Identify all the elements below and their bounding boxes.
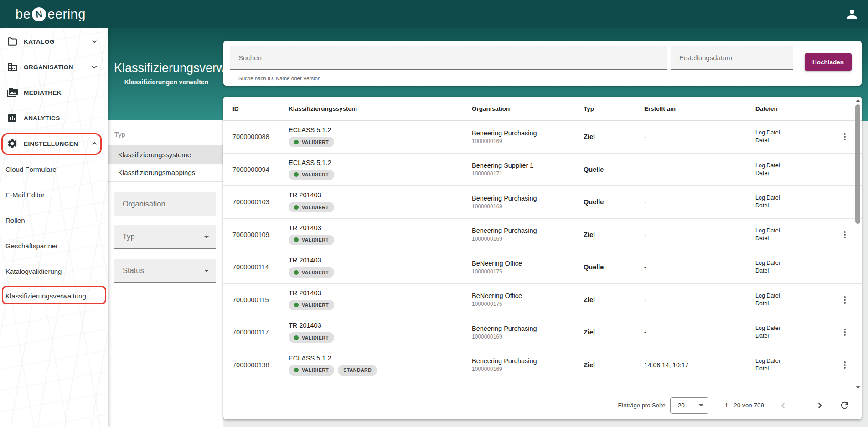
file-link[interactable]: Datei: [755, 332, 827, 340]
table-row[interactable]: 7000000094 ECLASS 5.1.2 VALIDIERT Beneer…: [223, 154, 862, 186]
row-files: Log Datei Datei: [746, 186, 827, 218]
sidebar-item-mediathek[interactable]: MEDIATHEK: [0, 84, 108, 101]
row-classification-system: TR 201403 VALIDIERT: [279, 284, 463, 316]
column-header-system: Klassifizierungssystem: [279, 105, 463, 112]
column-header-id: ID: [223, 105, 279, 112]
organisation-id: 1000000169: [472, 138, 574, 144]
row-menu-kebab-icon[interactable]: [839, 131, 850, 142]
row-menu-kebab-icon[interactable]: [839, 229, 850, 240]
log-file-link[interactable]: Log Datei: [755, 259, 827, 267]
file-link[interactable]: Datei: [755, 235, 827, 242]
row-menu-kebab-icon[interactable]: [839, 294, 850, 305]
green-dot-icon: [294, 335, 299, 340]
tab-klassifizierungsmappings[interactable]: Klassifizierungsmappings: [108, 164, 223, 182]
organisation-id: 1000000169: [472, 334, 574, 340]
sidebar-subitem-label: Rollen: [5, 216, 25, 224]
organisation-filter-field[interactable]: [114, 192, 216, 216]
log-file-link[interactable]: Log Datei: [755, 357, 827, 365]
organisation-id: 1000000175: [472, 301, 574, 307]
badge-label: VALIDIERT: [302, 302, 329, 308]
row-typ: Quelle: [574, 251, 635, 283]
typ-filter-select[interactable]: Typ: [114, 225, 216, 249]
row-organisation: Beneering Purchasing 1000000169: [463, 121, 574, 153]
next-page-button[interactable]: [813, 399, 826, 412]
table-row[interactable]: 7000000117 TR 201403 VALIDIERT Beneering…: [223, 316, 862, 349]
classification-system-name: ECLASS 5.1.2: [289, 159, 463, 166]
previous-page-button[interactable]: [777, 399, 790, 412]
status-badge-validiert: VALIDIERT: [289, 202, 334, 212]
log-file-link[interactable]: Log Datei: [755, 324, 827, 332]
sidebar-item-label: KATALOG: [24, 38, 55, 45]
account-person-icon[interactable]: [845, 7, 859, 21]
table-row[interactable]: 7000000114 TR 201403 VALIDIERT BeNeering…: [223, 251, 862, 284]
refresh-button[interactable]: [838, 399, 851, 412]
organisation-filter-input[interactable]: [123, 200, 205, 208]
sidebar-item-einstellungen[interactable]: EINSTELLUNGEN: [0, 135, 108, 152]
organisation-id: 1000000169: [472, 236, 574, 242]
sidebar-subitem-katalogvalidierung[interactable]: Katalogvalidierung: [0, 263, 108, 279]
logo-n-icon: N: [31, 6, 47, 22]
log-file-link[interactable]: Log Datei: [755, 292, 827, 300]
search-input[interactable]: [238, 54, 631, 62]
sidebar-nav: KATALOG ORGANISATION MEDIATHEK ANALYTICS…: [0, 28, 108, 427]
scrollbar-up-arrow-icon[interactable]: [856, 99, 860, 102]
table-row[interactable]: 7000000088 ECLASS 5.1.2 VALIDIERT Beneer…: [223, 121, 862, 154]
row-typ: Ziel: [574, 349, 635, 381]
creation-date-input[interactable]: [679, 54, 789, 62]
log-file-link[interactable]: Log Datei: [755, 194, 827, 202]
row-typ: Ziel: [574, 121, 635, 153]
organisation-id: 1000000171: [472, 170, 574, 177]
log-file-link[interactable]: Log Datei: [755, 162, 827, 170]
tab-klassifizierungssysteme[interactable]: Klassifizierungssysteme: [108, 145, 223, 164]
scrollbar-thumb[interactable]: [855, 104, 860, 224]
log-file-link[interactable]: Log Datei: [755, 227, 827, 235]
file-link[interactable]: Datei: [755, 267, 827, 275]
sidebar-subitem-email-editor[interactable]: E-Mail Editor: [0, 186, 108, 203]
sidebar-item-katalog[interactable]: KATALOG: [0, 33, 108, 50]
per-page-select[interactable]: 20: [670, 397, 708, 414]
column-header-created: Erstellt am: [635, 105, 746, 112]
table-row[interactable]: 7000000115 TR 201403 VALIDIERT BeNeering…: [223, 284, 862, 317]
badge-row: VALIDIERT: [289, 235, 463, 245]
file-link[interactable]: Datei: [755, 170, 827, 177]
table-row[interactable]: 7000000109 TR 201403 VALIDIERT Beneering…: [223, 219, 862, 252]
filter-group-label: Typ: [114, 130, 125, 138]
search-field[interactable]: [230, 46, 666, 70]
upload-button[interactable]: Hochladen: [805, 53, 852, 71]
sidebar-subitem-label: Klassifizierungsverwaltung: [5, 292, 86, 300]
row-id: 7000000138: [223, 349, 279, 381]
logo-text-pre: be: [16, 7, 31, 22]
badge-row: VALIDIERT STANDARD: [289, 365, 463, 376]
logo-text-post: eering: [47, 7, 86, 22]
row-menu-kebab-icon[interactable]: [839, 327, 850, 338]
badge-label: STANDARD: [343, 367, 372, 373]
classification-system-name: TR 201403: [289, 191, 463, 199]
scrollbar-down-arrow-icon[interactable]: [856, 386, 860, 389]
sidebar-item-analytics[interactable]: ANALYTICS: [0, 110, 108, 126]
file-link[interactable]: Datei: [755, 137, 827, 144]
sidebar-subitem-klassifizierungsverwaltung[interactable]: Klassifizierungsverwaltung: [0, 288, 108, 304]
row-created-at: -: [635, 186, 746, 218]
file-link[interactable]: Datei: [755, 300, 827, 308]
sidebar-subitem-geschaeftspartner[interactable]: Geschäftspartner: [0, 237, 108, 254]
table-row[interactable]: 7000000103 TR 201403 VALIDIERT Beneering…: [223, 186, 862, 219]
file-link[interactable]: Datei: [755, 202, 827, 210]
status-badge-standard: STANDARD: [338, 365, 377, 376]
status-filter-select[interactable]: Status: [114, 259, 216, 283]
sidebar-subitem-rollen[interactable]: Rollen: [0, 212, 108, 228]
search-card: Suche nach ID, Name oder Version Hochlad…: [223, 41, 862, 86]
organisation-id: 1000000169: [472, 366, 574, 372]
badge-label: VALIDIERT: [302, 270, 329, 275]
creation-date-field[interactable]: [671, 46, 793, 70]
row-menu-kebab-icon[interactable]: [839, 360, 850, 370]
file-link[interactable]: Datei: [755, 365, 827, 373]
sidebar-subitem-label: Cloud Formulare: [5, 165, 57, 173]
sidebar-item-label: ORGANISATION: [24, 64, 73, 71]
column-header-typ: Typ: [574, 105, 635, 112]
sidebar-subitem-cloud-formulare[interactable]: Cloud Formulare: [0, 161, 108, 177]
table-row[interactable]: 7000000138 ECLASS 5.1.2 VALIDIERT STANDA…: [223, 349, 862, 382]
brand-logo[interactable]: be N eering: [16, 0, 86, 28]
status-badge-validiert: VALIDIERT: [289, 170, 334, 180]
log-file-link[interactable]: Log Datei: [755, 129, 827, 137]
sidebar-item-organisation[interactable]: ORGANISATION: [0, 59, 108, 75]
